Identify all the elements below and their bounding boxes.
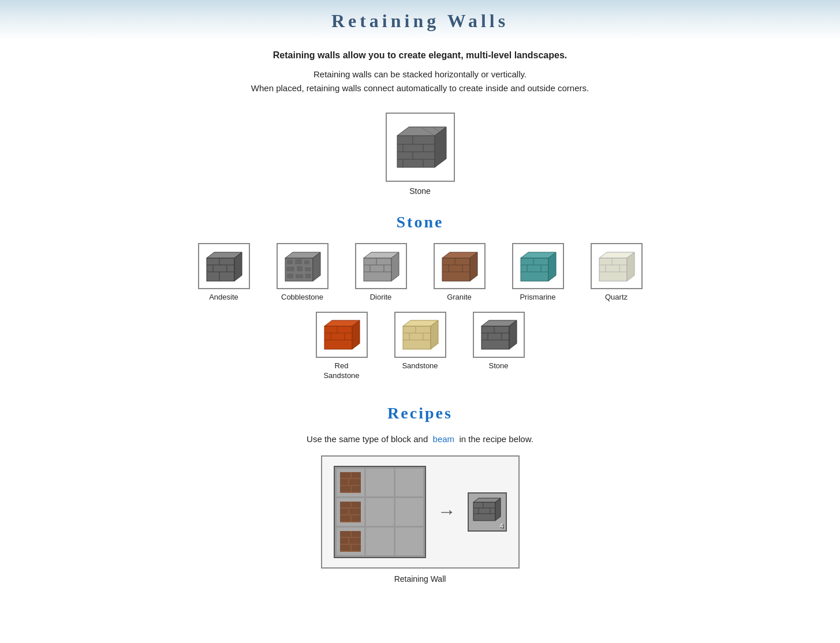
diorite-icon <box>361 248 401 285</box>
svg-rect-36 <box>364 258 391 281</box>
variant-andesite: Andesite <box>189 243 259 302</box>
beam-link[interactable]: beam <box>433 434 455 444</box>
svg-rect-97 <box>340 486 350 492</box>
crafting-block-icon <box>339 471 362 494</box>
variant-label-quartz: Quartz <box>605 293 628 302</box>
intro-text: Retaining walls can be stacked horizonta… <box>172 68 669 95</box>
recipe-container: → 4 <box>172 455 669 569</box>
grid-cell-1-1 <box>366 498 394 526</box>
page-header: Retaining Walls <box>0 0 840 40</box>
quartz-icon <box>596 248 637 285</box>
intro-line2: When placed, retaining walls connect aut… <box>251 83 589 93</box>
svg-rect-104 <box>340 515 350 521</box>
result-count: 4 <box>499 522 503 529</box>
grid-cell-2-0 <box>337 528 364 555</box>
svg-rect-105 <box>352 515 361 521</box>
crafting-result: 4 <box>468 492 507 532</box>
svg-rect-35 <box>305 274 311 278</box>
recipe-label: Retaining Wall <box>172 574 669 584</box>
svg-rect-28 <box>295 259 302 264</box>
grid-cell-2-1 <box>366 528 394 555</box>
svg-rect-68 <box>324 326 352 349</box>
svg-rect-76 <box>403 326 431 349</box>
svg-rect-112 <box>352 545 361 551</box>
grid-cell-2-2 <box>395 528 423 555</box>
svg-rect-84 <box>481 326 509 349</box>
variant-label-sandstone: Sandstone <box>402 361 438 371</box>
grid-cell-0-0 <box>337 469 364 496</box>
variant-sandstone: Sandstone <box>386 312 455 381</box>
grid-cell-1-0 <box>337 498 364 526</box>
crafting-block-icon <box>339 500 362 524</box>
variant-box-sandstone <box>394 312 446 358</box>
cobblestone-icon <box>282 248 323 285</box>
svg-rect-102 <box>340 509 348 514</box>
granite-icon <box>439 248 480 285</box>
variant-box-cobblestone <box>277 243 328 289</box>
svg-rect-52 <box>521 258 548 281</box>
variant-red-sandstone: RedSandstone <box>307 312 376 381</box>
variant-diorite: Diorite <box>346 243 416 302</box>
variant-label-red-sandstone: RedSandstone <box>323 361 359 381</box>
variant-granite: Granite <box>425 243 494 302</box>
variant-box-prismarine <box>512 243 564 289</box>
variant-box-quartz <box>591 243 643 289</box>
svg-rect-98 <box>352 486 361 492</box>
svg-marker-115 <box>495 498 501 521</box>
intro-bold: Retaining walls allow you to create eleg… <box>172 50 669 61</box>
svg-rect-111 <box>340 545 350 551</box>
variant-quartz: Quartz <box>582 243 651 302</box>
svg-rect-34 <box>296 274 303 278</box>
svg-rect-32 <box>305 267 311 271</box>
svg-rect-96 <box>349 479 361 485</box>
svg-rect-60 <box>599 258 627 281</box>
variant-box-stone <box>473 312 525 358</box>
svg-rect-30 <box>286 267 294 271</box>
svg-rect-110 <box>349 538 361 544</box>
recipe-box: → 4 <box>321 455 520 569</box>
featured-stone-icon <box>391 118 449 176</box>
page-title: Retaining Walls <box>0 10 840 32</box>
variant-label-granite: Granite <box>447 293 472 302</box>
variants-row: Andesite Cobbl <box>172 243 669 381</box>
svg-rect-29 <box>304 260 309 264</box>
variant-stone: Stone <box>464 312 533 381</box>
page-content: Retaining walls allow you to create eleg… <box>160 50 680 584</box>
prismarine-icon <box>518 248 558 285</box>
svg-rect-113 <box>473 502 495 521</box>
svg-rect-27 <box>287 260 293 264</box>
crafting-arrow: → <box>438 501 456 522</box>
recipe-intro-text2: in the recipe below. <box>459 434 533 444</box>
variant-prismarine: Prismarine <box>503 243 573 302</box>
recipes-title: Recipes <box>172 404 669 423</box>
grid-cell-1-2 <box>395 498 423 526</box>
svg-rect-108 <box>352 531 361 537</box>
svg-rect-103 <box>349 509 361 514</box>
grid-cell-0-1 <box>366 469 394 496</box>
crafting-grid <box>334 466 426 558</box>
variant-label-cobblestone: Cobblestone <box>281 293 323 302</box>
recipe-intro: Use the same type of block and beam in t… <box>172 434 669 444</box>
svg-rect-101 <box>352 502 361 507</box>
featured-item-box <box>386 113 455 182</box>
variant-box-red-sandstone <box>316 312 368 358</box>
sandstone-icon <box>400 316 440 353</box>
variant-box-granite <box>434 243 486 289</box>
svg-rect-107 <box>340 531 350 537</box>
stone-variant-icon <box>479 316 519 353</box>
svg-rect-94 <box>352 472 361 478</box>
recipes-section: Recipes Use the same type of block and b… <box>172 404 669 584</box>
andesite-icon <box>204 248 244 285</box>
variant-cobblestone: Cobblestone <box>268 243 337 302</box>
stone-section-title: Stone <box>172 213 669 231</box>
variant-label-prismarine: Prismarine <box>520 293 555 302</box>
variant-label-diorite: Diorite <box>370 293 392 302</box>
svg-rect-109 <box>340 538 348 544</box>
grid-cell-0-2 <box>395 469 423 496</box>
recipe-intro-text: Use the same type of block and <box>307 434 428 444</box>
svg-rect-31 <box>297 266 303 271</box>
variant-label-stone: Stone <box>489 361 509 371</box>
svg-rect-93 <box>340 472 350 478</box>
variant-box-andesite <box>198 243 250 289</box>
svg-rect-44 <box>442 258 470 281</box>
